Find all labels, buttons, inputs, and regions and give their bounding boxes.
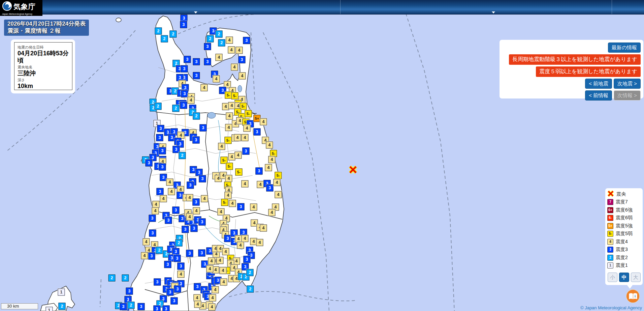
legend-label: 震度7 xyxy=(616,199,628,205)
intensity-marker: 4 xyxy=(218,208,225,216)
intensity-marker: 4 xyxy=(268,209,276,216)
intensity-marker: 4 xyxy=(212,286,219,293)
legend-epicenter-row: 震央 xyxy=(607,190,641,198)
intensity-marker: 3 xyxy=(199,175,206,182)
intensity-marker: 4 xyxy=(228,102,235,109)
legend-row: 5-震度5弱 xyxy=(607,230,641,238)
origin-time-value: 04月20日16時53分頃 xyxy=(18,50,69,64)
intensity-marker: 2 xyxy=(170,31,177,38)
intensity-marker: 5- xyxy=(226,163,233,170)
next-report-button[interactable]: 次情報 > xyxy=(614,90,641,101)
intensity-marker: 4 xyxy=(218,143,225,150)
help-guide-button[interactable]: i xyxy=(626,289,640,303)
intensity-marker: 2 xyxy=(161,35,168,43)
header-bar xyxy=(0,0,644,15)
intensity-marker: 4 xyxy=(260,118,267,125)
intensity-marker: 4 xyxy=(186,214,193,221)
map-size-button-大[interactable]: 大 xyxy=(631,273,641,282)
intensity-marker: 4 xyxy=(275,191,282,198)
legend-label: 震度6弱 xyxy=(616,215,633,221)
chevron-down-icon xyxy=(194,11,197,15)
shindo5-alert-banner[interactable]: 震度５弱以上を観測した地震があります xyxy=(536,66,641,77)
intensity-marker: 4 xyxy=(250,204,257,211)
intensity-marker: 4 xyxy=(208,258,215,265)
intensity-marker: 3 xyxy=(163,306,170,311)
epicenter-name-value: 三陸沖 xyxy=(18,70,69,77)
map-size-button-中[interactable]: 中 xyxy=(619,273,629,282)
intensity-marker: 3 xyxy=(193,72,200,79)
epicenter-marker xyxy=(348,165,358,176)
intensity-marker: 5+ xyxy=(254,115,261,122)
legend-row: 1震度1 xyxy=(607,262,641,270)
copyright-text: © Japan Meteorological Agency xyxy=(580,305,642,310)
intensity-marker: 5- xyxy=(235,169,243,176)
intensity-marker: 3 xyxy=(154,306,161,311)
svg-text:i: i xyxy=(635,294,636,298)
intensity-marker: 4 xyxy=(168,188,175,195)
intensity-chip: 6+ xyxy=(607,207,613,213)
intensity-marker: 3 xyxy=(200,124,207,132)
intensity-marker: 4 xyxy=(194,294,201,302)
quake-details-panel: 地震の発生日時 04月20日16時53分頃 震央地名 三陸沖 深さ 10km マ… xyxy=(11,39,75,93)
intensity-marker: 2 xyxy=(172,105,180,112)
intensity-marker: 3 xyxy=(193,199,200,206)
intensity-marker: 4 xyxy=(222,248,229,255)
intensity-marker: 2 xyxy=(156,247,163,254)
intensity-marker: 5- xyxy=(225,92,232,99)
intensity-marker: 4 xyxy=(216,54,223,61)
intensity-marker: 2 xyxy=(216,31,223,38)
intensity-marker: 3 xyxy=(193,137,200,144)
intensity-marker: 3 xyxy=(138,303,145,310)
map-size-button-小[interactable]: 小 xyxy=(608,273,617,282)
intensity-marker: 4 xyxy=(242,235,249,242)
intensity-marker: 3 xyxy=(159,164,166,171)
intensity-marker: 4 xyxy=(229,200,236,207)
prev-earthquake-button[interactable]: < 前地震 xyxy=(585,79,612,89)
intensity-marker: 4 xyxy=(220,267,227,274)
chevron-down-icon xyxy=(492,11,495,15)
intensity-marker: 4 xyxy=(201,195,208,202)
intensity-marker: 3 xyxy=(156,134,163,141)
intensity-marker: 3 xyxy=(237,203,245,210)
intensity-marker: 4 xyxy=(235,235,242,243)
intensity-marker: 4 xyxy=(228,153,235,161)
intensity-marker: 2 xyxy=(179,152,186,159)
intensity-marker: 3 xyxy=(191,225,198,232)
header-divider-2 xyxy=(612,0,612,14)
intensity-marker: 4 xyxy=(143,238,150,246)
header-divider xyxy=(340,0,341,14)
legend-label: 震度3 xyxy=(616,247,628,253)
navigation-panel: 最新の情報 長周期地震動階級３以上を観測した地震があります 震度５弱以上を観測し… xyxy=(500,40,643,98)
intensity-marker: 4 xyxy=(213,76,220,83)
intensity-marker: 5- xyxy=(275,172,282,179)
legend-row: 5+震度5強 xyxy=(607,222,641,230)
intensity-marker: 3 xyxy=(180,21,187,28)
intensity-marker: 3 xyxy=(224,235,231,242)
intensity-marker: 3 xyxy=(167,289,174,296)
jma-logo-block[interactable]: 気象庁 Japan Meteorological Agency xyxy=(0,0,42,16)
intensity-marker: 4 xyxy=(141,252,148,259)
intensity-marker: 3 xyxy=(194,283,201,290)
intensity-marker: 3 xyxy=(180,102,187,109)
intensity-marker: 5- xyxy=(225,137,232,144)
long-period-alert-banner[interactable]: 長周期地震動階級３以上を観測した地震があります xyxy=(509,54,641,65)
intensity-marker: 3 xyxy=(243,148,250,155)
map-size-buttons: 小中大 xyxy=(607,273,641,282)
next-earthquake-button[interactable]: 次地震 > xyxy=(614,79,641,89)
intensity-marker: 4 xyxy=(242,180,249,188)
latest-info-button[interactable]: 最新の情報 xyxy=(608,43,641,53)
intensity-marker: 2 xyxy=(247,269,254,276)
legend-row: 2震度2 xyxy=(607,254,641,262)
intensity-marker: 3 xyxy=(254,129,261,136)
intensity-marker: 3 xyxy=(126,288,133,295)
origin-time-label: 地震の発生日時 xyxy=(18,45,69,50)
intensity-marker: 3 xyxy=(148,253,155,260)
intensity-marker: 4 xyxy=(225,192,232,199)
intensity-marker: 4 xyxy=(244,125,251,132)
intensity-marker: 3 xyxy=(157,125,164,132)
legend-epicenter-label: 震央 xyxy=(616,191,626,197)
intensity-marker: 3 xyxy=(196,169,203,176)
prev-report-button[interactable]: < 前情報 xyxy=(585,90,612,101)
intensity-marker: 3 xyxy=(157,188,164,195)
intensity-marker: 4 xyxy=(242,134,249,141)
